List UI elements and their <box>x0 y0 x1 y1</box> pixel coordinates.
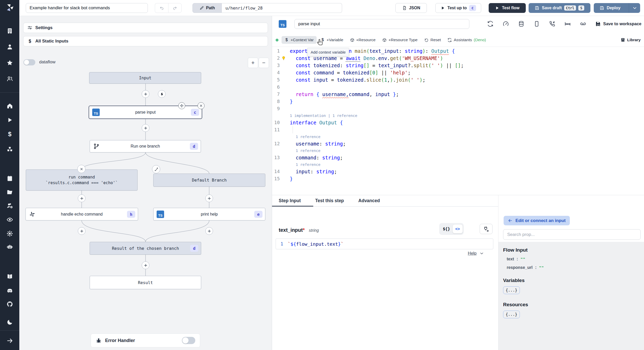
sidebar-item-home[interactable] <box>6 103 13 109</box>
mobile-button[interactable] <box>533 21 540 27</box>
insert-step-button[interactable] <box>205 194 213 202</box>
save-to-workspace-button[interactable]: Save to workspace <box>595 21 641 27</box>
save-draft-button[interactable]: Save draft Ctrl S <box>529 3 590 13</box>
deploy-dropdown-button[interactable] <box>629 3 640 13</box>
variables-object-chip[interactable]: {...} <box>503 286 520 294</box>
json-button[interactable]: JSON <box>395 3 427 13</box>
sidebar-item-arrow-right[interactable] <box>6 337 13 344</box>
search-prop-input[interactable]: Search prop... <box>503 229 641 240</box>
tab-advanced[interactable]: Advanced <box>358 198 380 203</box>
step-name: parse input <box>298 21 320 27</box>
sidebar-item-users[interactable] <box>6 75 13 82</box>
sidebar-item-book[interactable] <box>6 273 13 280</box>
redo-button[interactable] <box>168 3 182 13</box>
toolbar--context-var-button[interactable]: $+Context Var <box>282 36 317 44</box>
insert-step-button[interactable] <box>142 124 149 132</box>
windmill-logo-icon[interactable] <box>5 3 14 12</box>
sidebar-item-boxes[interactable] <box>6 146 13 153</box>
code-line-11: 11 <box>272 126 644 133</box>
code-mode-button[interactable]: <> <box>453 225 463 233</box>
test-up-to-button[interactable]: Test up to c <box>435 3 481 13</box>
code-editor[interactable]: 1export async function main(text_input: … <box>272 47 644 182</box>
code-line-9: 9 <box>272 105 644 112</box>
gauge-button[interactable] <box>503 21 509 27</box>
tab-test-this-step[interactable]: Test this step <box>315 198 344 203</box>
path-input[interactable]: u/henri/flow_28 <box>222 3 342 13</box>
sidebar-item-eye[interactable] <box>6 216 13 223</box>
sidebar-item-user[interactable] <box>6 44 13 50</box>
node-result[interactable]: Result <box>90 276 201 289</box>
resources-object-chip[interactable]: {...} <box>503 311 520 318</box>
node-default-branch[interactable]: Default Branch <box>153 174 265 187</box>
sidebar-item-gear[interactable] <box>6 230 13 237</box>
chevron-down-icon[interactable] <box>480 251 484 255</box>
database-button[interactable] <box>518 21 524 27</box>
add-branch-button[interactable] <box>152 165 160 173</box>
insert-step-button[interactable] <box>78 227 86 235</box>
tab-step-input[interactable]: Step Input <box>279 198 301 203</box>
users-icon <box>6 75 13 82</box>
code-line-14: 14 input: string; <box>272 168 644 175</box>
node-input[interactable]: Input <box>89 72 201 84</box>
node-handle-echo-command[interactable]: handle echo command h <box>26 208 138 220</box>
sidebar-item-building[interactable] <box>6 28 13 34</box>
flow-title: Example handler for slack bot commands <box>30 5 110 11</box>
code-line-4: 4 const command = tokenized[0] || 'help'… <box>272 69 644 76</box>
toolbar-assistants-button[interactable]: Assistants(Deno) <box>445 36 489 44</box>
sidebar-item-calendar[interactable] <box>6 175 13 182</box>
codelens[interactable]: 1 reference <box>272 161 644 168</box>
phone-incoming-icon <box>549 21 555 27</box>
undo-button[interactable] <box>155 3 168 13</box>
refresh-button[interactable] <box>487 21 494 27</box>
delete-node-button[interactable] <box>198 102 205 109</box>
template-mode-button[interactable]: ${} <box>440 225 453 233</box>
edit-or-connect-button[interactable]: Edit or connect an input <box>504 216 570 225</box>
codelens[interactable]: 1 implementation | 1 reference <box>272 112 644 119</box>
path-label: Path <box>206 6 215 10</box>
sidebar-item-play[interactable] <box>6 117 13 123</box>
phone-incoming-button[interactable] <box>549 21 555 27</box>
library-button[interactable]: Library <box>621 38 641 42</box>
flow-title-input[interactable]: Example handler for slack bot commands <box>26 3 148 13</box>
toolbar--resource-button[interactable]: +Resource <box>347 36 378 44</box>
sidebar-item-folder[interactable] <box>6 189 13 195</box>
move-node-button[interactable] <box>178 102 185 109</box>
sidebar-item-robot[interactable] <box>6 243 13 250</box>
bed-button[interactable] <box>564 21 571 27</box>
insert-step-button[interactable] <box>142 261 149 269</box>
toolbar--resource-type-button[interactable]: +Resource Type <box>379 36 420 44</box>
expression-editor[interactable]: 1 `${flow_input.text}` <box>276 238 493 249</box>
error-handler-card[interactable]: Error Handler <box>91 334 200 347</box>
node-run-one-branch[interactable]: Run one branch d <box>90 140 201 152</box>
node-print-help[interactable]: TS print help e <box>153 208 265 220</box>
deploy-button[interactable]: Deploy <box>594 3 626 13</box>
sidebar-item-dollar[interactable]: $ <box>6 131 13 138</box>
code-line-13: 13 command: string; <box>272 154 644 161</box>
prop-text[interactable]: text:"" <box>507 257 640 261</box>
dollar-icon: $ <box>6 131 13 138</box>
node-branch-result[interactable]: Result of the chosen branch d <box>90 242 201 255</box>
codelens[interactable]: 1 reference <box>272 133 644 140</box>
toolbar-reset-button[interactable]: Reset <box>421 36 444 44</box>
remove-branch-button[interactable] <box>77 165 86 173</box>
sidebar-item-discord[interactable] <box>6 287 13 294</box>
test-flow-button[interactable]: Test flow <box>489 3 526 13</box>
insert-step-button[interactable] <box>78 194 86 202</box>
error-handler-toggle[interactable] <box>182 337 195 344</box>
step-name-input[interactable]: parse input <box>294 19 469 29</box>
help-link[interactable]: Help <box>468 251 477 256</box>
sidebar-item-users-gear[interactable] <box>6 202 13 209</box>
voicemail-button[interactable] <box>580 21 586 27</box>
insert-step-button[interactable] <box>142 90 149 98</box>
node-parse-input[interactable]: TS parse input c <box>89 106 202 119</box>
prop-response_url[interactable]: response_url:"" <box>507 265 640 270</box>
trigger-button[interactable] <box>158 90 166 98</box>
path-chip[interactable]: Path <box>192 3 222 13</box>
connect-input-button[interactable] <box>480 224 493 234</box>
sidebar-item-github[interactable] <box>6 301 13 308</box>
lightbulb-icon[interactable] <box>281 56 286 61</box>
sidebar-item-moon[interactable] <box>6 319 13 326</box>
sidebar-item-star[interactable] <box>6 59 13 66</box>
codelens[interactable]: 1 reference <box>272 147 644 154</box>
insert-step-button[interactable] <box>205 227 213 235</box>
